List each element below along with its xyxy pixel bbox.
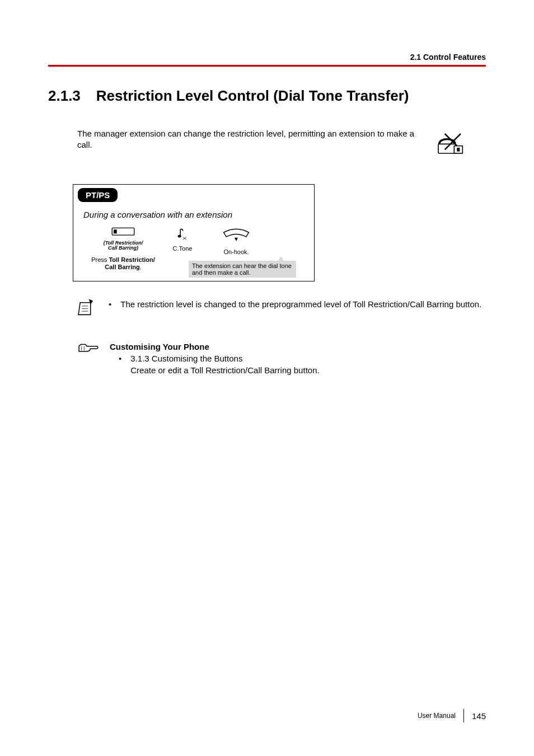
card-badge: PT/PS	[78, 188, 118, 202]
section-heading: 2.1.3 Restriction Level Control (Dial To…	[48, 87, 486, 105]
customising-body: Customising Your Phone • 3.1.3 Customisi…	[110, 341, 320, 376]
step3-caption: On-hook.	[223, 248, 249, 256]
heading-number: 2.1.3	[48, 87, 81, 105]
svg-rect-0	[438, 144, 456, 153]
svg-point-7	[178, 235, 181, 238]
footer-label: User Manual	[418, 712, 456, 720]
footer-divider	[463, 709, 464, 722]
page-footer: User Manual 145	[418, 709, 486, 722]
note-icon	[77, 298, 95, 317]
step2-caption: C.Tone	[173, 245, 193, 252]
step1-post: .	[140, 264, 142, 270]
page: 2.1 Control Features 2.1.3 Restriction L…	[0, 0, 534, 756]
svg-rect-4	[457, 148, 460, 152]
bullet-dot: •	[119, 353, 121, 376]
step1-caption: Press Toll Restriction/ Call Barring.	[90, 256, 157, 271]
tone-icon	[177, 227, 188, 242]
note-block: • The restriction level is changed to th…	[77, 298, 486, 317]
step1-bold: Toll Restriction/ Call Barring	[105, 256, 154, 270]
feature-button-icon	[111, 227, 135, 241]
svg-marker-8	[235, 238, 238, 241]
step1-pre: Press	[91, 256, 109, 263]
heading-title: Restriction Level Control (Dial Tone Tra…	[96, 87, 409, 105]
procedure-card: PT/PS During a conversation with an exte…	[73, 184, 315, 281]
card-subtitle: During a conversation with an extension	[83, 210, 314, 219]
note-text: The restriction level is changed to the …	[120, 298, 481, 310]
step-on-hook: On-hook.	[211, 227, 261, 256]
bullet-dot: •	[109, 298, 111, 310]
step-press-button: (Toll Restriction/ Call Barring) Press T…	[92, 227, 154, 271]
customising-item: 3.1.3 Customising the Buttons	[130, 353, 319, 364]
callout-text: The extension can hear the dial tone and…	[192, 262, 292, 276]
button-icon-label: (Toll Restriction/ Call Barring)	[104, 241, 143, 251]
customising-title: Customising Your Phone	[110, 341, 320, 353]
customising-block: Customising Your Phone • 3.1.3 Customisi…	[77, 341, 486, 376]
callout-box: The extension can hear the dial tone and…	[189, 261, 296, 278]
handset-icon	[221, 227, 251, 243]
intro-row: The manager extension can change the res…	[77, 128, 486, 156]
pointing-hand-icon	[77, 341, 100, 354]
svg-rect-6	[114, 229, 117, 233]
customising-desc: Create or edit a Toll Restriction/Call B…	[130, 364, 319, 376]
page-number: 145	[472, 711, 486, 721]
note-bullet: • The restriction level is changed to th…	[109, 298, 481, 310]
intro-text: The manager extension can change the res…	[77, 128, 424, 151]
phone-locked-icon	[435, 128, 463, 156]
rule-red	[48, 65, 486, 67]
running-header: 2.1 Control Features	[410, 53, 486, 62]
step-confirmation-tone: C.Tone	[168, 227, 196, 252]
